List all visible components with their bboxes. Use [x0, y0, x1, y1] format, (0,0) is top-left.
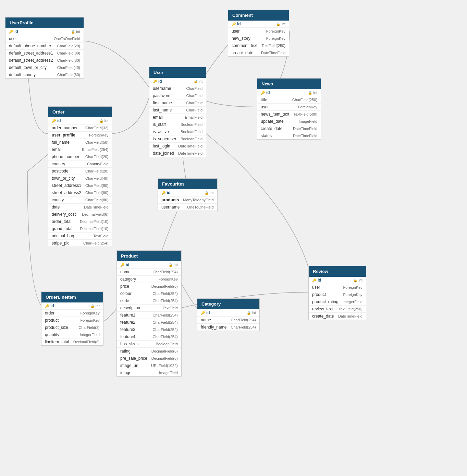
field-name: 🔑id — [153, 79, 162, 84]
table-header-comment: Comment — [228, 10, 289, 21]
table-row: friendly_nameCharField(254) — [197, 324, 259, 331]
field-name: products — [161, 198, 179, 202]
field-name: username — [153, 86, 171, 91]
field-type: DateTimeField — [261, 51, 285, 55]
field-name: product — [312, 292, 326, 297]
field-type: CharField(254) — [152, 270, 177, 274]
field-type: CharField(80) — [57, 58, 80, 62]
pk-icon: 🔒 — [205, 191, 209, 195]
field-name: news_item_text — [261, 112, 289, 117]
field-name: colour — [120, 291, 132, 296]
field-type: ForeignKey — [80, 311, 99, 315]
field-type: 🔒 int — [353, 278, 362, 282]
table-row: update_dateImageField — [257, 118, 321, 125]
field-type: ForeignKey — [80, 318, 99, 322]
table-row: emailEmailField — [149, 114, 206, 121]
field-name: name — [201, 318, 211, 322]
field-name: default_town_or_city — [9, 65, 47, 70]
key-icon: 🔑 — [161, 191, 165, 195]
field-name: product — [45, 318, 59, 323]
field-type: CharField(40) — [85, 176, 108, 180]
table-row: productForeignKey — [41, 317, 103, 324]
field-type: CharField(250) — [292, 98, 317, 102]
field-name: original_bag — [52, 234, 74, 238]
field-type: CharField(80) — [57, 73, 80, 77]
key-icon: 🔑 — [153, 80, 157, 83]
field-name: feature1 — [120, 313, 135, 318]
table-row: last_loginDateTimeField — [149, 143, 206, 150]
field-type: DecimalField(10) — [80, 227, 108, 231]
table-row: product_ratingIntegerField — [309, 298, 366, 306]
table-header-product: Product — [117, 251, 181, 261]
table-row: userForeignKey — [309, 284, 366, 291]
field-type: URLField(1024) — [151, 364, 178, 368]
field-type: CharField(20) — [85, 155, 108, 159]
table-row: 🔑id🔒 int — [41, 302, 103, 310]
table-row: countryCountryField — [48, 160, 112, 168]
field-name: 🔑id — [45, 304, 54, 308]
field-type: BooleanField — [181, 122, 202, 127]
field-name: stripe_pid — [52, 241, 70, 246]
table-row: new_storyForeignKey — [228, 35, 289, 42]
field-name: is_superuser — [153, 136, 176, 141]
table-row: dateDateTimeField — [48, 204, 112, 211]
pk-icon: 🔒 — [71, 30, 75, 34]
field-type: ForeignKey — [266, 29, 285, 33]
key-icon: 🔑 — [201, 311, 205, 315]
table-row: is_activeBooleanField — [149, 128, 206, 135]
table-news: News🔑id🔒 inttitleCharField(250)userForei… — [257, 78, 321, 140]
table-row: feature3CharField(254) — [117, 326, 181, 333]
field-type: EmailField — [185, 115, 202, 119]
field-name: user — [312, 285, 320, 290]
table-row: last_nameCharField — [149, 107, 206, 114]
table-row: passwordCharField — [149, 92, 206, 99]
table-row: feature2CharField(254) — [117, 319, 181, 326]
field-type: CharField — [186, 108, 203, 112]
field-type: DecimalField(6) — [151, 349, 178, 353]
table-row: stripe_pidCharField(254) — [48, 240, 112, 247]
table-row: delivery_costDecimalField(6) — [48, 211, 112, 218]
field-type: CharField(20) — [57, 44, 80, 48]
field-name: last_name — [153, 108, 172, 112]
field-type: EmailField(254) — [82, 147, 108, 152]
field-type: DateTimeField — [338, 314, 362, 318]
field-name: 🔑id — [9, 29, 18, 34]
field-type: ForeignKey — [89, 133, 108, 137]
table-row: order_totalDecimalField(10) — [48, 218, 112, 225]
field-type: 🔒 int — [276, 22, 285, 26]
field-name: is_staff — [153, 122, 166, 127]
table-row: quantityIntegerField — [41, 331, 103, 338]
field-name: 🔑id — [201, 310, 210, 315]
field-name: has_sizes — [120, 342, 138, 346]
table-header-favourites: Favourites — [158, 179, 217, 189]
field-type: CharField(40) — [57, 66, 80, 70]
field-type: CharField(254) — [152, 320, 177, 324]
field-type: DecimalField(6) — [73, 340, 100, 344]
field-type: 🔒 int — [247, 311, 256, 315]
field-name: image_url — [120, 363, 138, 368]
table-user: User🔑id🔒 intusernameCharFieldpasswordCha… — [149, 67, 206, 157]
field-name: review_text — [312, 307, 333, 311]
table-row: 🔑id🔒 int — [158, 189, 217, 197]
field-type: 🔒 int — [71, 29, 80, 34]
table-row: orderForeignKey — [41, 310, 103, 317]
table-header-news: News — [257, 79, 321, 89]
field-name: 🔑id — [232, 22, 241, 26]
field-type: TextField(250) — [261, 44, 285, 48]
table-row: full_nameCharField(50) — [48, 139, 112, 146]
field-type: CharField(254) — [152, 313, 177, 317]
table-order: Order🔑id🔒 intorder_numberCharField(32)us… — [48, 106, 112, 247]
key-icon: 🔑 — [312, 278, 316, 282]
field-type: DecimalField(10) — [80, 219, 108, 224]
table-row: lineitem_totalDecimalField(6) — [41, 338, 103, 345]
table-row: default_town_or_cityCharField(40) — [5, 64, 84, 71]
field-type: DateTimeField — [84, 205, 108, 209]
table-row: date_joinedDateTimeField — [149, 150, 206, 157]
table-comment: Comment🔑id🔒 intuserForeignKeynew_storyFo… — [228, 10, 289, 57]
table-row: statusDateTimeField — [257, 132, 321, 139]
field-name: feature4 — [120, 334, 135, 339]
field-name: order — [45, 311, 54, 316]
field-type: ManyToManyField — [183, 198, 213, 202]
field-name: create_date — [312, 314, 334, 319]
field-type: DateTimeField — [293, 134, 317, 138]
